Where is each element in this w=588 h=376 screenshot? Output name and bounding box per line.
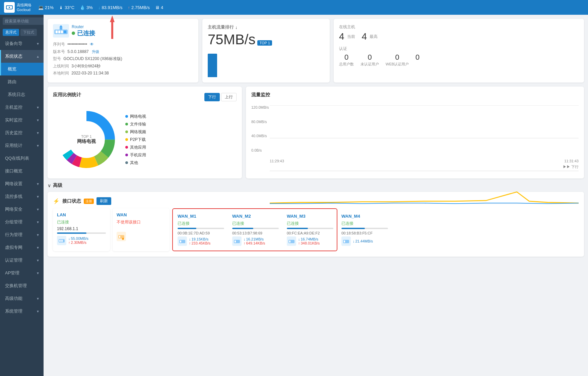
localtime-row: 本地时间 2022-03-20 11:34:38 xyxy=(53,70,193,77)
advanced-title: 高级 xyxy=(53,182,62,189)
iface-device-icon-lan xyxy=(57,236,66,245)
chevron-icon: ▼ xyxy=(36,208,40,211)
uptime-row: 上线时间 3小时8分钟24秒 xyxy=(53,63,193,70)
btn-download[interactable]: 下行 xyxy=(204,93,220,101)
sidebar-item-history[interactable]: 历史监控 ▼ xyxy=(0,126,44,139)
iface-ip-fill-m4 xyxy=(341,228,365,229)
svg-rect-5 xyxy=(56,31,58,33)
router-type-info: Router 已连接 xyxy=(72,24,95,37)
router-icon xyxy=(53,24,69,38)
app-stats-card: 应用比例统计 下行 上行 xyxy=(48,87,242,178)
iface-name-wan: WAN xyxy=(117,212,166,217)
iface-card-wan-m3: WAN_M3 已连接 00:FC:EA:A9:DE:F2 xyxy=(284,211,336,249)
sidebar-item-host-monitor[interactable]: 主机监控 ▼ xyxy=(0,101,44,114)
svg-rect-8 xyxy=(64,31,66,33)
y-label-0: 120.0MB/s xyxy=(251,105,269,109)
sidebar-item-auth[interactable]: 认证管理 ▼ xyxy=(0,254,44,267)
chevron-icon: ▼ xyxy=(36,246,40,250)
sidebar-item-overview[interactable]: 概览 xyxy=(0,63,44,75)
iface-status-m2: 已连接 xyxy=(232,221,279,226)
svg-rect-10 xyxy=(60,25,62,27)
svg-rect-36 xyxy=(344,240,345,243)
sidebar-item-system-status[interactable]: 系统状态 ▲ xyxy=(0,50,44,63)
iface-mac-m2: 00:53:13:B7:98:69 xyxy=(232,231,279,235)
sidebar-item-advanced[interactable]: 高级功能 ▼ xyxy=(0,292,44,305)
sidebar-item-app-stats[interactable]: 应用统计 ▼ xyxy=(0,139,44,152)
iface-right-group: WAN_M1 已连接 00:0B:1E:7D:AD:59 xyxy=(172,208,337,251)
memory-value: 3% xyxy=(86,5,93,10)
max-label: 最高 xyxy=(370,34,378,40)
iface-ip-fill-m2 xyxy=(232,228,253,229)
eye-icon[interactable]: 👁 xyxy=(90,42,94,47)
tab-float[interactable]: 悬浮式 xyxy=(3,29,19,36)
legend-dot-p2p xyxy=(125,138,128,141)
iface-speeds-lan: ↓ 55.00MB/s ↑ 2.30MB/s xyxy=(68,236,88,245)
sidebar-item-groups[interactable]: 分组管理 ▼ xyxy=(0,216,44,228)
legend-item-file: 文件传输 xyxy=(125,121,146,127)
traffic-speed-value: 75MB/s xyxy=(208,32,255,48)
iface-ip-bar-lan xyxy=(57,232,106,234)
iface-speeds-m2: ↓ 16.21MB/s ↑ 649.14KB/s xyxy=(244,237,265,245)
iface-name-lan: LAN xyxy=(57,212,106,217)
max-online: 4 xyxy=(362,31,367,42)
sidebar-item-security[interactable]: 网络安全 ▼ xyxy=(0,203,44,216)
sidebar-item-sysadmin[interactable]: 系统管理 ▼ xyxy=(0,305,44,318)
traffic-card: 主机流量排行 ↓ 75MB/s TOP 1 xyxy=(202,19,330,83)
iface-device-icon-m3 xyxy=(287,236,296,246)
legend-dot-other xyxy=(125,161,128,164)
iface-cards-row: LAN 已连接 192.168.1.1 ↓ xyxy=(53,208,579,251)
refresh-button[interactable]: 刷新 xyxy=(96,197,111,205)
iface-icon-row-m4: ↓ 21.44MB/s xyxy=(341,236,388,246)
sidebar-item-switch[interactable]: 交换机管理 xyxy=(0,279,44,292)
legend-dot-other-app xyxy=(125,146,128,149)
current-label: 当前 xyxy=(347,34,355,40)
svg-rect-6 xyxy=(58,31,60,33)
chevron-icon: ▼ xyxy=(36,310,40,313)
search-input[interactable] xyxy=(3,17,44,25)
iface-status-lan: 已连接 xyxy=(57,219,106,225)
sidebar-item-route[interactable]: 路由 xyxy=(0,75,44,88)
sidebar-item-traffic[interactable]: 流控多线 ▼ xyxy=(0,190,44,203)
upgrade-link[interactable]: 升级 xyxy=(92,50,99,54)
monitor-title: 流量监控 xyxy=(251,92,270,98)
iface-speed-down-m2: ↓ 16.21MB/s xyxy=(244,237,265,241)
donut-center: TOP 1 网络电视 xyxy=(77,135,96,145)
iface-device-icon-m4 xyxy=(341,236,351,246)
iface-mac-m1: 00:0B:1E:7D:AD:59 xyxy=(178,231,224,235)
sidebar-item-network[interactable]: 网络设置 ▼ xyxy=(0,177,44,190)
legend-item-video: 网络视频 xyxy=(125,129,146,135)
iface-name-m3: WAN_M3 xyxy=(287,214,333,219)
sidebar-item-syslog[interactable]: 系统日志 xyxy=(0,88,44,101)
cpu-icon: 💻 xyxy=(38,5,44,10)
auth-section: 认证 0 总用户数 0 未认证用户 0 WEB认证用户 xyxy=(339,46,579,67)
sidebar-item-qq-list[interactable]: QQ在线列表 xyxy=(0,152,44,165)
temp-icon: 🌡 xyxy=(59,5,63,10)
iface-name-m4: WAN_M4 xyxy=(341,214,388,219)
sidebar-item-vpn[interactable]: 虚拟专网 ▼ xyxy=(0,241,44,254)
current-online: 4 xyxy=(339,31,344,42)
localtime-value: 2022-03-20 11:34:38 xyxy=(71,71,109,75)
sidebar-item-realtime[interactable]: 实时监控 ▼ xyxy=(0,114,44,126)
iface-ip-bar-m4 xyxy=(341,228,388,229)
tab-dropdown[interactable]: 下拉式 xyxy=(20,29,37,36)
chevron-icon: ▼ xyxy=(36,144,40,148)
main-content: Router 已连接 序列号 •••••••••••••• 👁 版本 xyxy=(44,15,588,376)
sidebar-item-behavior[interactable]: 行为管理 ▼ xyxy=(0,228,44,241)
svg-rect-24 xyxy=(61,240,63,242)
router-details: 序列号 •••••••••••••• 👁 版本号 5.0.0.18887 升级 … xyxy=(53,41,193,77)
mid-row: 应用比例统计 下行 上行 xyxy=(48,87,584,178)
chevron-icon: ▼ xyxy=(36,297,40,301)
sidebar-item-ap[interactable]: AP管理 ▼ xyxy=(0,267,44,279)
auth-title: 认证 xyxy=(339,46,579,52)
sidebar-item-iface-overview[interactable]: 接口概览 xyxy=(0,165,44,177)
sidebar-item-setup[interactable]: 设备向导 ▼ xyxy=(0,37,44,50)
iface-speed-up-m2: ↑ 649.14KB/s xyxy=(244,241,265,245)
topbar: 高悟网络Gocloud 💻 21% 🌡 33°C 💧 3% ↓ 83.91MB/… xyxy=(0,0,588,15)
iface-speed-up-m3: ↑ 348.01KB/s xyxy=(298,241,320,245)
iface-speed-down-m1: ↓ 19.15KB/s xyxy=(189,237,210,241)
sort-icon[interactable]: ↓ xyxy=(235,25,238,30)
btn-upload[interactable]: 上行 xyxy=(221,93,237,101)
router-status-text: 已连接 xyxy=(77,29,95,37)
iface-ip-fill-lan xyxy=(57,232,86,234)
online-section: 在线主机 4 当前 4 最高 xyxy=(339,24,579,42)
